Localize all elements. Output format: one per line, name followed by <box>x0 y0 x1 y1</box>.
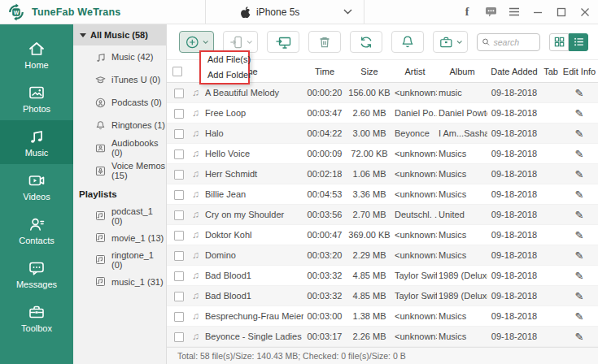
edit-icon[interactable]: ✎ <box>575 310 584 323</box>
edit-icon[interactable]: ✎ <box>575 270 584 282</box>
table-row[interactable]: ♫A Beautiful Melody 00:00:20 156.00 KB <… <box>167 83 598 103</box>
sidebar-item-music[interactable]: Music <box>0 120 73 164</box>
table-row[interactable]: ♫Herr Schmidt 00:02:18 1.06 MB <unknown>… <box>167 164 598 184</box>
table-row[interactable]: ♫Bad Blood1 00:03:32 4.85 MB Taylor Swif… <box>167 266 598 286</box>
audiobook-icon <box>95 143 106 154</box>
row-checkbox[interactable] <box>174 312 184 322</box>
table-row[interactable]: ♫Cry on my Shoulder 00:03:56 2.70 MB Deu… <box>167 205 598 225</box>
library-sidebar: All Music (58) Music (42) iTunes U (0) <box>73 24 167 364</box>
sidebar-item-home[interactable]: Home <box>0 32 73 76</box>
library-item-music[interactable]: Music (42) <box>73 46 166 68</box>
device-selector[interactable]: iPhone 5s <box>205 0 364 24</box>
sidebar-item-photos[interactable]: Photos <box>0 76 73 120</box>
library-item-podcasts[interactable]: Podcasts (0) <box>73 91 166 114</box>
chevron-down-icon <box>247 40 252 45</box>
song-name: Free Loop <box>205 108 246 118</box>
row-checkbox[interactable] <box>174 170 184 180</box>
feedback-icon[interactable] <box>484 6 497 19</box>
library-item-audiobooks[interactable]: Audiobooks (0) <box>73 136 166 159</box>
row-checkbox[interactable] <box>174 271 184 281</box>
song-artist: Taylor Swift <box>393 266 437 286</box>
table-row[interactable]: ♫Billie Jean 00:04:53 3.36 MB <unknown> … <box>167 184 598 205</box>
playlist-item[interactable]: music_1 (31) <box>73 271 166 292</box>
table-row[interactable]: ♫Free Loop 00:03:47 2.60 MB Daniel Po...… <box>167 103 598 124</box>
song-size: 72.00 KB <box>346 144 393 164</box>
table-row[interactable]: ♫Besprechung-Frau Meier 00:03:00 1.38 MB… <box>167 306 598 327</box>
edit-icon[interactable]: ✎ <box>575 148 584 160</box>
playlist-label: music_1 (31) <box>111 277 164 287</box>
menu-icon[interactable] <box>508 6 521 19</box>
music-note-icon: ♫ <box>192 128 199 139</box>
row-checkbox[interactable] <box>174 332 184 342</box>
row-checkbox[interactable] <box>174 150 184 159</box>
edit-icon[interactable]: ✎ <box>575 168 584 180</box>
refresh-icon <box>358 34 374 50</box>
column-header-album[interactable]: Album <box>437 60 487 83</box>
home-icon <box>28 40 46 58</box>
edit-icon[interactable]: ✎ <box>575 249 584 262</box>
row-checkbox[interactable] <box>174 292 184 301</box>
row-checkbox[interactable] <box>174 210 184 220</box>
song-time: 00:00:47 <box>303 225 346 245</box>
column-header-artist[interactable]: Artist <box>393 60 437 83</box>
table-row[interactable]: ♫Halo 00:04:22 3.00 MB Beyonce I Am...Sa… <box>167 124 598 144</box>
song-tab <box>541 327 561 347</box>
row-checkbox[interactable] <box>174 231 184 240</box>
song-tab <box>541 144 561 164</box>
column-header-tab[interactable]: Tab <box>541 60 561 83</box>
row-checkbox[interactable] <box>174 190 184 200</box>
refresh-button[interactable] <box>350 31 382 53</box>
delete-button[interactable] <box>308 31 341 53</box>
grid-view-button[interactable] <box>549 33 569 51</box>
edit-icon[interactable]: ✎ <box>575 209 584 221</box>
library-group-all-music[interactable]: All Music (58) <box>73 24 166 46</box>
sidebar-item-videos[interactable]: Videos <box>0 164 73 208</box>
import-to-computer-button[interactable] <box>267 31 299 53</box>
minimize-icon[interactable] <box>531 6 544 19</box>
sidebar-item-toolbox[interactable]: Toolbox <box>0 296 73 340</box>
toolbox-button[interactable] <box>433 31 468 53</box>
sidebar-item-label: Music <box>25 148 49 158</box>
column-header-size[interactable]: Size <box>346 60 393 83</box>
playlist-item[interactable]: podcast_1 (0) <box>73 205 166 227</box>
table-row[interactable]: ♫Doktor Kohl 00:00:47 369.00 KB <unknown… <box>167 225 598 245</box>
sidebar-item-messages[interactable]: Messages <box>0 252 73 296</box>
row-checkbox[interactable] <box>174 109 184 119</box>
menu-item[interactable]: Add Folder <box>201 67 248 83</box>
edit-icon[interactable]: ✎ <box>575 331 584 343</box>
close-icon[interactable] <box>578 6 591 19</box>
maximize-icon[interactable] <box>555 6 568 19</box>
edit-icon[interactable]: ✎ <box>575 188 584 201</box>
notification-button[interactable] <box>391 31 424 53</box>
library-item-itunes-u[interactable]: iTunes U (0) <box>73 68 166 91</box>
song-tab <box>541 225 561 245</box>
edit-icon[interactable]: ✎ <box>575 290 584 302</box>
library-item-label: Podcasts (0) <box>111 98 162 107</box>
column-header-edit-info[interactable]: Edit Info <box>561 60 598 83</box>
library-item-ringtones[interactable]: Ringtones (1) <box>73 114 166 136</box>
playlist-item[interactable]: ringtone_1 (0) <box>73 249 166 271</box>
select-all-checkbox[interactable] <box>172 67 182 76</box>
edit-icon[interactable]: ✎ <box>575 128 584 140</box>
playlist-item[interactable]: movie_1 (13) <box>73 227 166 249</box>
song-size: 4.85 MB <box>346 286 393 306</box>
row-checkbox[interactable] <box>174 251 184 261</box>
row-checkbox[interactable] <box>174 89 184 98</box>
column-header-date-added[interactable]: Date Added <box>487 60 541 83</box>
edit-icon[interactable]: ✎ <box>575 107 584 119</box>
list-view-button[interactable] <box>569 33 588 51</box>
search-input[interactable] <box>493 37 535 47</box>
menu-item[interactable]: Add File(s) <box>201 52 248 67</box>
edit-icon[interactable]: ✎ <box>575 87 584 99</box>
library-item-voice-memos[interactable]: Voice Memos (15) <box>73 159 166 182</box>
table-row[interactable]: ♫Domino 00:03:20 2.29 MB <unknown> Music… <box>167 245 598 266</box>
table-row[interactable]: ♫Beyonce - Single Ladies 00:03:17 2.26 M… <box>167 327 598 347</box>
column-header-time[interactable]: Time <box>303 60 346 83</box>
table-row[interactable]: ♫Hello Voice 00:00:09 72.00 KB <unknown>… <box>167 144 598 164</box>
table-row[interactable]: ♫Bad Blood1 00:03:32 4.85 MB Taylor Swif… <box>167 286 598 306</box>
sidebar-item-contacts[interactable]: Contacts <box>0 208 73 252</box>
row-checkbox[interactable] <box>174 129 184 139</box>
edit-icon[interactable]: ✎ <box>575 229 584 241</box>
song-album: Musics <box>437 184 487 205</box>
facebook-icon[interactable]: f <box>461 6 474 19</box>
